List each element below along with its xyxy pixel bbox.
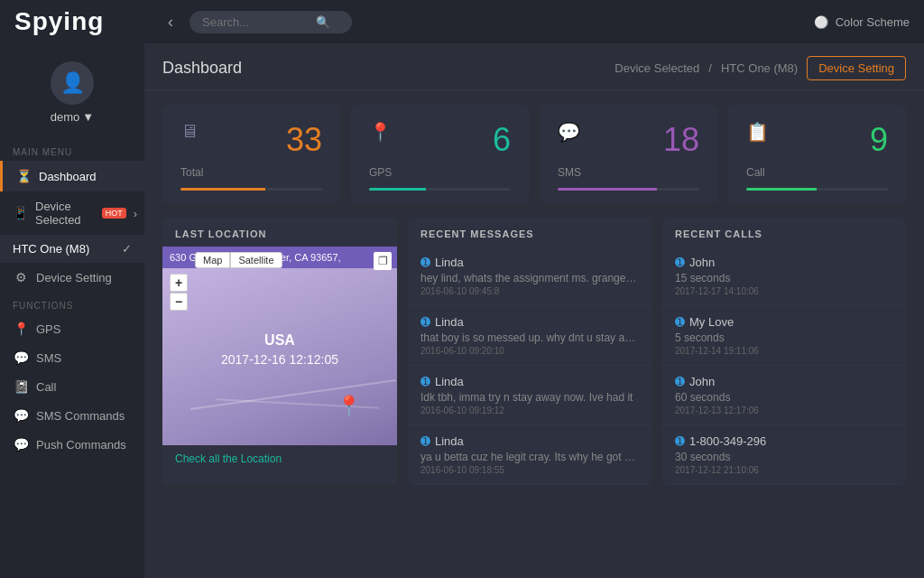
total-bar (180, 188, 322, 191)
call-number: 9 (870, 121, 888, 159)
map-zoom-out-btn[interactable]: − (170, 293, 188, 311)
msg-time: 2016-06-10 09:45:8 (420, 286, 639, 296)
username[interactable]: demo ▼ (51, 110, 94, 124)
map-panel: LAST LOCATION 630 Gloydon Drive, Sanger,… (162, 218, 397, 485)
map-background: 630 Gloydon Drive, Sanger, CA 93657, Map… (162, 247, 397, 445)
dropdown-arrow-icon: ▼ (82, 110, 94, 124)
sidebar-item-label: Device Selected (35, 200, 93, 227)
sidebar: 👤 demo ▼ MAIN MENU ⏳ Dashboard 📱 Device … (0, 43, 144, 578)
sidebar-item-call[interactable]: 📓 Call (0, 372, 144, 401)
map-type-map-btn[interactable]: Map (195, 252, 230, 268)
msg-sender: ➊ Linda (420, 434, 639, 448)
check-location-link[interactable]: Check all the Location (162, 445, 397, 472)
message-item[interactable]: ➊ Linda hey lind, whats the assignment m… (408, 247, 651, 306)
page-title: Dashboard (162, 59, 242, 78)
device-setting-button[interactable]: Device Setting (807, 56, 906, 80)
sidebar-item-push-commands[interactable]: 💬 Push Commands (0, 430, 144, 459)
sidebar-item-sms-commands[interactable]: 💬 SMS Commands (0, 401, 144, 430)
content-header: Dashboard Device Selected / HTC One (M8)… (144, 43, 924, 90)
sidebar-item-sms[interactable]: 💬 SMS (0, 343, 144, 372)
stat-gps: 📍 6 GPS (351, 105, 529, 203)
map-center-info: USA 2017-12-16 12:12:05 (221, 332, 338, 367)
sender-name: Linda (435, 434, 464, 448)
call-contact-name: 1-800-349-296 (689, 434, 766, 448)
content-area: Dashboard Device Selected / HTC One (M8)… (144, 43, 924, 578)
total-label: Total (180, 166, 322, 179)
sender-name: Linda (435, 256, 464, 269)
call-time: 2017-12-14 19:11:06 (675, 346, 893, 356)
call-duration: 15 seconds (675, 272, 893, 284)
map-container[interactable]: 630 Gloydon Drive, Sanger, CA 93657, Map… (162, 247, 397, 445)
call-item[interactable]: ➊ John 15 seconds 2017-12-17 14:10:06 (662, 247, 906, 306)
sidebar-item-label: GPS (36, 322, 60, 336)
sidebar-item-gps[interactable]: 📍 GPS (0, 314, 144, 343)
call-stat-icon: 📋 (746, 121, 769, 143)
msg-time: 2016-06-10 09:19:12 (420, 406, 639, 415)
sidebar-item-label: Push Commands (36, 438, 126, 452)
sender-icon: ➊ (420, 256, 430, 269)
map-type-satellite-btn[interactable]: Satellite (230, 252, 282, 268)
checkmark-icon: ✓ (122, 242, 132, 256)
map-zoom-in-btn[interactable]: + (170, 274, 188, 292)
total-icon: 🖥 (180, 121, 199, 142)
call-item[interactable]: ➊ John 60 seconds 2017-12-13 12:17:06 (662, 366, 906, 425)
call-item[interactable]: ➊ 1-800-349-296 30 seconds 2017-12-12 21… (662, 425, 906, 485)
call-time: 2017-12-13 12:17:06 (675, 406, 893, 415)
sidebar-item-label: Dashboard (39, 170, 97, 183)
settings-icon: ⚙ (13, 270, 29, 284)
search-bar[interactable]: 🔍 (189, 11, 352, 33)
sms-commands-icon: 💬 (13, 408, 29, 423)
separator: / (708, 61, 712, 75)
call-duration: 60 seconds (675, 391, 893, 404)
sms-icon: 💬 (13, 350, 29, 365)
app-logo: Spying (14, 7, 157, 36)
map-pin-icon: 📍 (337, 395, 361, 418)
sidebar-item-label: Call (36, 380, 56, 394)
sidebar-item-dashboard[interactable]: ⏳ Dashboard (0, 161, 144, 191)
message-item[interactable]: ➊ Linda that boy is so messed up. why dn… (408, 306, 651, 366)
map-datetime: 2017-12-16 12:12:05 (221, 352, 338, 367)
call-contact-name: My Love (689, 315, 734, 329)
sidebar-item-device-selected[interactable]: 📱 Device Selected HOT › (0, 191, 144, 235)
call-contact-icon: ➊ (675, 434, 685, 448)
avatar: 👤 (51, 61, 94, 105)
msg-sender: ➊ Linda (420, 375, 639, 388)
msg-sender: ➊ Linda (420, 315, 639, 329)
color-scheme-btn[interactable]: ⚪ Color Scheme (814, 15, 910, 29)
search-input[interactable] (202, 15, 310, 29)
calls-panel-header: RECENT CALLS (662, 218, 906, 247)
call-item[interactable]: ➊ My Love 5 seconds 2017-12-14 19:11:06 (662, 306, 906, 366)
msg-time: 2016-06-10 09:20:10 (420, 346, 639, 356)
msg-sender: ➊ Linda (420, 256, 639, 269)
sidebar-item-label: SMS (36, 351, 61, 365)
call-contact-icon: ➊ (675, 375, 685, 388)
main-menu-label: MAIN MENU (0, 138, 144, 161)
call-name: ➊ My Love (675, 315, 893, 329)
stats-row: 🖥 33 Total 📍 6 GPS 💬 18 SMS (144, 90, 924, 218)
palette-icon: ⚪ (814, 15, 828, 29)
stat-total: 🖥 33 Total (162, 105, 340, 203)
sender-icon: ➊ (420, 434, 430, 448)
device-selector[interactable]: HTC One (M8) ✓ (0, 235, 144, 263)
gps-label: GPS (369, 166, 511, 179)
sidebar-item-device-setting[interactable]: ⚙ Device Setting (0, 263, 144, 292)
sms-stat-icon: 💬 (558, 121, 580, 143)
back-icon[interactable]: ‹ (168, 13, 173, 32)
call-label: Call (746, 166, 888, 179)
msg-text: hey lind, whats the assignment ms. grang… (420, 272, 639, 284)
header-right: Device Selected / HTC One (M8) Device Se… (614, 56, 906, 80)
call-bar (746, 188, 888, 191)
map-expand-btn[interactable]: ❐ (374, 252, 392, 270)
msg-time: 2016-06-10 09:18:55 (420, 465, 639, 475)
sms-number: 18 (663, 121, 699, 159)
message-item[interactable]: ➊ Linda Idk tbh, imma try n stay away no… (408, 366, 651, 425)
topbar: Spying ‹ 🔍 ⚪ Color Scheme (0, 0, 924, 43)
stat-sms: 💬 18 SMS (540, 105, 717, 203)
sender-name: Linda (435, 315, 464, 329)
functions-label: FUNCTIONS (0, 292, 144, 314)
messages-panel-header: RECENT MESSAGES (408, 218, 651, 247)
user-profile: 👤 demo ▼ (0, 52, 144, 138)
message-item[interactable]: ➊ Linda ya u betta cuz he legit cray. It… (408, 425, 651, 485)
gps-stat-icon: 📍 (369, 121, 392, 143)
msg-text: that boy is so messed up. why dnt u stay… (420, 331, 639, 344)
